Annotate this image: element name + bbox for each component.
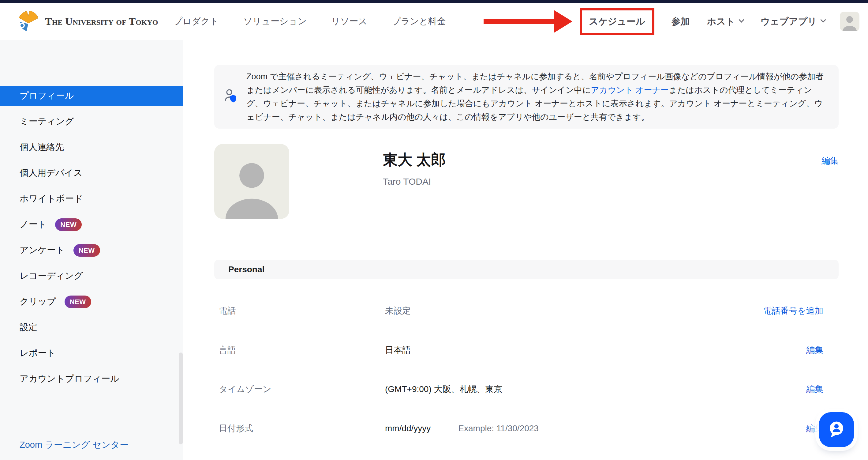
section-title: Personal: [228, 265, 265, 275]
date-format-example: Example: 11/30/2023: [458, 424, 539, 433]
sidebar-item-recordings[interactable]: レコーディング: [0, 263, 183, 289]
privacy-notice-text: Zoom で主催されるミーティング、ウェビナー、チャット、またはチャネルに参加す…: [246, 70, 826, 124]
privacy-notice: Zoom で主催されるミーティング、ウェビナー、チャット、またはチャネルに参加す…: [214, 65, 839, 128]
privacy-person-shield-icon: [222, 88, 239, 105]
new-badge: NEW: [55, 218, 82, 231]
row-value: 未設定: [385, 305, 411, 317]
row-language: 言語 日本語 編集: [214, 330, 839, 370]
edit-name-link[interactable]: 編集: [822, 155, 839, 167]
ginkgo-leaf-icon: [17, 9, 40, 34]
sidebar-item-meetings[interactable]: ミーティング: [0, 109, 183, 135]
row-label: 電話: [214, 305, 385, 317]
main-content: Zoom で主催されるミーティング、ウェビナー、チャット、またはチャネルに参加す…: [183, 40, 868, 460]
row-timezone: タイムゾーン (GMT+9:00) 大阪、札幌、東京 編集: [214, 370, 839, 409]
nav-solutions[interactable]: ソリューション: [243, 15, 307, 28]
personal-section-header: Personal: [214, 260, 839, 279]
sidebar-scrollbar[interactable]: [179, 352, 183, 444]
sidebar-item-devices[interactable]: 個人用デバイス: [0, 160, 183, 186]
avatar-placeholder-icon: [840, 12, 860, 31]
nav-resources[interactable]: リソース: [331, 15, 367, 28]
user-avatar[interactable]: [840, 12, 860, 31]
nav-host[interactable]: ホスト: [707, 15, 743, 28]
sidebar-item-profile[interactable]: プロフィール: [0, 86, 183, 106]
edit-timezone-link[interactable]: 編集: [806, 383, 823, 395]
latin-name: Taro TODAI: [383, 176, 446, 187]
row-value: (GMT+9:00) 大阪、札幌、東京: [385, 383, 502, 395]
add-phone-link[interactable]: 電話番号を追加: [763, 305, 823, 317]
nav-plans-pricing[interactable]: プランと料金: [392, 15, 446, 28]
annotation-arrow: [484, 10, 572, 33]
row-date-format: 日付形式 mm/dd/yyyy Example: 11/30/2023 編集: [214, 409, 839, 448]
avatar-placeholder-icon: [214, 144, 289, 219]
annotation-highlight-box: スケジュール: [580, 8, 654, 35]
row-value: mm/dd/yyyy: [385, 424, 431, 433]
profile-avatar[interactable]: [214, 144, 289, 219]
new-badge: NEW: [73, 244, 100, 257]
university-logo[interactable]: The University of Tokyo: [17, 9, 158, 34]
sidebar: プロフィール ミーティング 個人連絡先 個人用デバイス ホワイトボード ノート …: [0, 40, 183, 460]
sidebar-item-surveys[interactable]: アンケート NEW: [0, 237, 183, 263]
nav-schedule[interactable]: スケジュール: [589, 15, 645, 28]
row-phone: 電話 未設定 電話番号を追加: [214, 291, 839, 330]
row-label: 日付形式: [214, 423, 385, 434]
nav-webapp[interactable]: ウェブアプリ: [761, 15, 825, 28]
nav-products[interactable]: プロダクト: [174, 15, 219, 28]
logo-text: The University of Tokyo: [45, 16, 158, 27]
sidebar-item-notes[interactable]: ノート NEW: [0, 212, 183, 237]
sidebar-item-whiteboard[interactable]: ホワイトボード: [0, 186, 183, 212]
sidebar-item-reports[interactable]: レポート: [0, 340, 183, 366]
account-owner-link[interactable]: アカウント オーナー: [591, 85, 669, 95]
personal-rows: 電話 未設定 電話番号を追加 言語 日本語 編集 タイムゾーン (GMT+9:0…: [214, 279, 839, 448]
sidebar-divider: [20, 422, 57, 422]
row-label: タイムゾーン: [214, 383, 385, 395]
marketing-nav: プロダクト ソリューション リソース プランと料金: [174, 15, 446, 28]
sidebar-item-settings[interactable]: 設定: [0, 315, 183, 340]
row-label: 言語: [214, 344, 385, 356]
support-chat-button[interactable]: [819, 412, 854, 447]
chevron-down-icon: [739, 17, 744, 22]
nav-join[interactable]: 参加: [672, 15, 690, 28]
sidebar-link-video-tutorials[interactable]: ビデオチュートリアル: [0, 457, 183, 460]
sidebar-item-contacts[interactable]: 個人連絡先: [0, 135, 183, 160]
row-value: 日本語: [385, 344, 411, 356]
new-badge: NEW: [65, 295, 91, 308]
support-chat-icon: [827, 420, 846, 440]
header: The University of Tokyo プロダクト ソリューション リソ…: [0, 3, 868, 40]
edit-language-link[interactable]: 編集: [806, 344, 823, 356]
portal-nav: スケジュール 参加 ホスト ウェブアプリ: [484, 8, 860, 35]
sidebar-item-account-profile[interactable]: アカウントプロフィール: [0, 366, 183, 392]
zoom-web-portal: The University of Tokyo プロダクト ソリューション リソ…: [0, 0, 868, 460]
profile-summary: 東大 太郎 Taro TODAI 編集: [214, 144, 839, 219]
top-navy-strip: [0, 0, 868, 3]
sidebar-item-clips[interactable]: クリップ NEW: [0, 289, 183, 315]
sidebar-link-learning-center[interactable]: Zoom ラーニング センター: [0, 433, 183, 457]
chevron-down-icon: [820, 17, 826, 22]
display-name: 東大 太郎: [383, 150, 446, 170]
